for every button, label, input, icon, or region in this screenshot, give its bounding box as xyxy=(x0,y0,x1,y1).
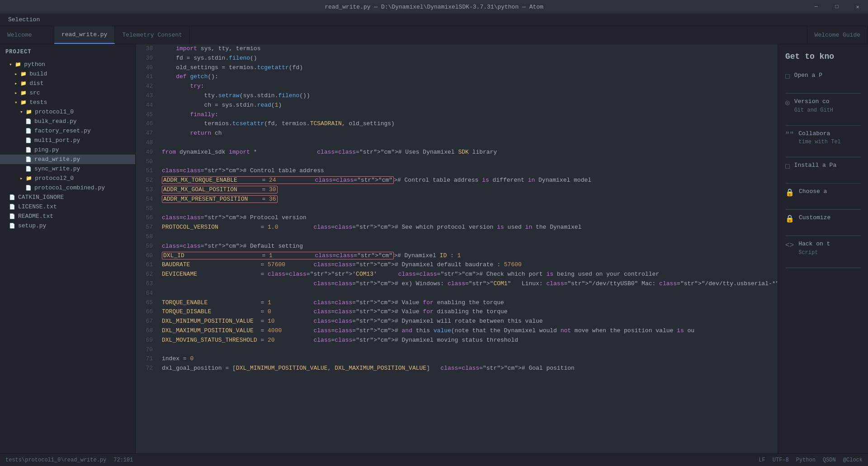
right-panel: Get to kno □Open a P◎Version coGit and G… xyxy=(778,44,868,453)
tab-telemetry[interactable]: Telemetry Consent xyxy=(115,26,190,44)
code-line: old_settings = termios.tcgetattr(fd) xyxy=(162,63,778,73)
tree-item-sync_write-py[interactable]: 📄sync_write.py xyxy=(0,164,135,174)
divider xyxy=(785,157,861,157)
line-number: 51 xyxy=(139,166,153,176)
status-path: tests\protocol1_0\read_write.py xyxy=(5,457,106,463)
maximize-button[interactable]: □ xyxy=(826,0,847,14)
close-button[interactable]: ✕ xyxy=(847,0,868,14)
tree-item-python[interactable]: ▾ 📁python xyxy=(0,60,135,69)
window-controls: — □ ✕ xyxy=(806,0,868,14)
status-line-ending[interactable]: LF xyxy=(759,457,765,463)
divider xyxy=(785,268,861,268)
tab-read_write[interactable]: read_write.py xyxy=(54,26,115,44)
code-line xyxy=(162,138,778,148)
code-line: finally: xyxy=(162,110,778,120)
tree-label: factory_reset.py xyxy=(34,127,91,134)
tree-item-tests[interactable]: ▾ 📁tests xyxy=(0,98,135,107)
code-line xyxy=(162,289,778,298)
line-number: 38 xyxy=(139,44,153,54)
divider xyxy=(785,235,861,236)
tree-item-bulk_read-py[interactable]: 📄bulk_read.py xyxy=(0,117,135,126)
right-panel-icon: "" xyxy=(785,130,794,141)
code-line: class=class="str">"cm"># ex) Windows: cl… xyxy=(162,279,778,289)
tree-item-setup-py[interactable]: 📄setup.py xyxy=(0,221,135,231)
title-bar: read_write.py — D:\Dynamixel\DynamixelSD… xyxy=(0,0,868,14)
code-line: PROTOCOL_VERSION = 1.0 class=class="str"… xyxy=(162,223,778,232)
right-panel-item[interactable]: □Open a P xyxy=(785,71,861,82)
right-panel-item[interactable]: 🔒Customize xyxy=(785,213,861,225)
minimize-button[interactable]: — xyxy=(806,0,826,14)
code-container[interactable]: 3839404142434445464748495051525354555657… xyxy=(136,44,778,453)
tree-item-read_write-py[interactable]: 📄read_write.py xyxy=(0,155,135,164)
line-number: 59 xyxy=(139,242,153,251)
tree-item-protocol2_0[interactable]: ▸ 📁protocol2_0 xyxy=(0,174,135,183)
code-line: BAUDRATE = 57600 class=class="str">"cm">… xyxy=(162,260,778,270)
tree-label: dist xyxy=(29,80,43,87)
tab-guide[interactable]: Welcome Guide xyxy=(807,26,868,44)
right-panel-icon: 🔒 xyxy=(785,188,794,198)
menu-bar: FileEditViewSelectionFindPackagesHelp xyxy=(0,14,868,26)
code-line: DXL_MOVING_STATUS_THRESHOLD = 20 class=c… xyxy=(162,336,778,345)
tree-label: multi_port.py xyxy=(34,137,80,144)
line-number: 60 xyxy=(139,251,153,261)
status-encoding[interactable]: UTF-8 xyxy=(773,457,789,463)
right-panel-sub: Git and GitH xyxy=(794,106,833,114)
tree-item-protocol1_0[interactable]: ▾ 📁protocol1_0 xyxy=(0,107,135,117)
divider xyxy=(785,209,861,210)
code-line: dxl_goal_position = [DXL_MINIMUM_POSITIO… xyxy=(162,364,778,373)
line-number: 41 xyxy=(139,72,153,82)
tree-item-build[interactable]: ▸ 📁build xyxy=(0,69,135,79)
code-line xyxy=(162,204,778,214)
line-number: 55 xyxy=(139,204,153,214)
tree-label: setup.py xyxy=(18,222,46,229)
line-number: 50 xyxy=(139,157,153,167)
right-panel-icon: □ xyxy=(785,71,790,82)
tab-bar: Welcomeread_write.pyTelemetry ConsentWel… xyxy=(0,26,868,44)
tree-item-LICENSE-txt[interactable]: 📄LICENSE.txt xyxy=(0,202,135,212)
line-number: 57 xyxy=(139,223,153,232)
tree-label: protocol1_0 xyxy=(35,108,74,115)
tree-label: README.txt xyxy=(18,213,53,220)
tree-item-CATKIN_IGNORE[interactable]: 📄CATKIN_IGNORE xyxy=(0,193,135,202)
status-language[interactable]: Python xyxy=(796,457,816,463)
code-content[interactable]: import sys, tty, termios fd = sys.stdin.… xyxy=(158,44,778,453)
tree-item-multi_port-py[interactable]: 📄multi_port.py xyxy=(0,136,135,145)
tree-label: LICENSE.txt xyxy=(18,203,57,210)
menu-item-selection[interactable]: Selection xyxy=(4,14,44,25)
tree-item-protocol_combined-py[interactable]: 📄protocol_combined.py xyxy=(0,183,135,193)
code-line: index = 0 xyxy=(162,354,778,364)
tree-item-factory_reset-py[interactable]: 📄factory_reset.py xyxy=(0,126,135,136)
line-number: 52 xyxy=(139,176,153,185)
line-number: 62 xyxy=(139,270,153,279)
code-line: class=class="str">"cm"># Control table a… xyxy=(162,166,778,176)
right-panel-item[interactable]: ◎Version coGit and GitH xyxy=(785,97,861,114)
tree-item-README-txt[interactable]: 📄README.txt xyxy=(0,212,135,221)
title-text: read_write.py — D:\Dynamixel\DynamixelSD… xyxy=(325,4,543,10)
line-number: 49 xyxy=(139,148,153,157)
line-number: 44 xyxy=(139,101,153,110)
line-number: 43 xyxy=(139,91,153,101)
right-panel-item[interactable]: <>Hack on tScript xyxy=(785,240,861,257)
tab-welcome[interactable]: Welcome xyxy=(0,26,54,44)
right-panel-item[interactable]: □Install a Pa xyxy=(785,161,861,172)
status-position: 72:101 xyxy=(113,457,133,463)
code-line xyxy=(162,157,778,167)
line-number: 67 xyxy=(139,317,153,326)
tree-container: ▾ 📁python▸ 📁build▸ 📁dist▸ 📁src▾ 📁tests▾ … xyxy=(0,60,135,231)
right-panel-title: Get to kno xyxy=(785,52,861,62)
code-line: DXL_ID = 1 class=class="str">"cm"># Dyna… xyxy=(162,251,778,261)
right-panel-item[interactable]: ""Collaboratime with Tel xyxy=(785,129,861,146)
line-number: 68 xyxy=(139,326,153,336)
tree-item-dist[interactable]: ▸ 📁dist xyxy=(0,79,135,88)
code-line: class=class="str">"cm"># Protocol versio… xyxy=(162,213,778,223)
tree-item-src[interactable]: ▸ 📁src xyxy=(0,88,135,98)
line-number: 65 xyxy=(139,298,153,308)
code-line: DXL_MAXIMUM_POSITION_VALUE = 4000 class=… xyxy=(162,326,778,336)
right-panel-item[interactable]: 🔒Choose a xyxy=(785,187,861,198)
right-panel-sub: time with Tel xyxy=(798,138,841,146)
project-sidebar[interactable]: Project ▾ 📁python▸ 📁build▸ 📁dist▸ 📁src▾ … xyxy=(0,44,136,453)
tree-item-ping-py[interactable]: 📄ping.py xyxy=(0,145,135,155)
right-panel-icon: □ xyxy=(785,161,790,172)
right-panel-icon: 🔒 xyxy=(785,214,794,225)
right-panel-label: Collabora xyxy=(798,129,841,138)
